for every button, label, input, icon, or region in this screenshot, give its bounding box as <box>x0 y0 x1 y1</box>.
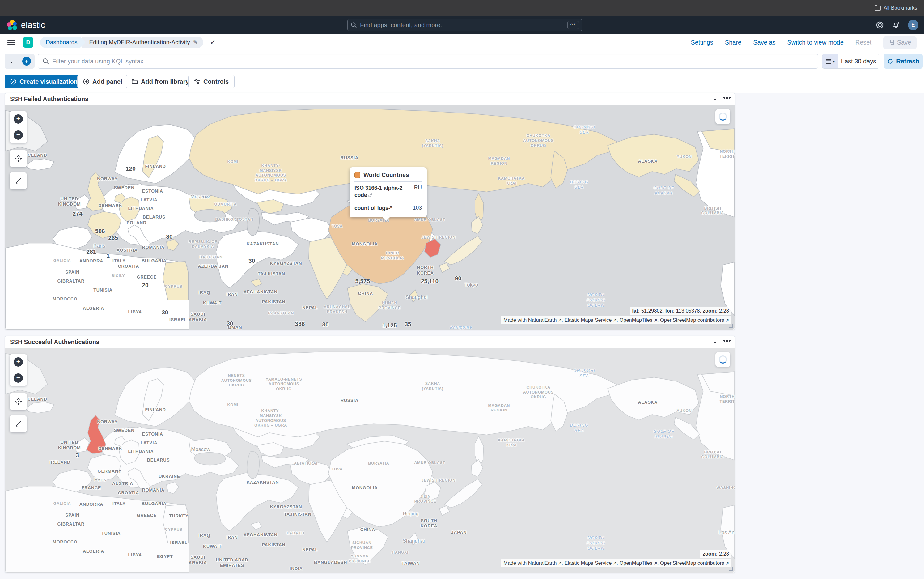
time-range-value[interactable]: Last 30 days <box>838 54 880 69</box>
sliders-icon <box>194 79 200 84</box>
tooltip-row-label: count of logs-* <box>354 204 392 212</box>
edit-pencil-icon[interactable]: ✎ <box>193 39 198 46</box>
link-icon[interactable] <box>368 193 373 198</box>
add-from-library-button[interactable]: Add from library <box>126 75 195 88</box>
saved-check-icon: ✓ <box>210 38 216 46</box>
map-canvas-failed[interactable]: ICELANDNORWAYSWEDEN120FINLANDESTONIALATV… <box>5 105 735 330</box>
elastic-logo-icon <box>7 20 17 30</box>
filter-controls: + <box>5 54 34 69</box>
external-link-icon: ↗ <box>725 561 729 566</box>
expand-button[interactable] <box>10 172 27 190</box>
expand-diagonal-icon <box>15 420 22 427</box>
filter-funnel-icon[interactable] <box>8 59 15 64</box>
attribution-link[interactable]: Elastic Maps Service <box>564 317 612 323</box>
panel-resize-handle[interactable] <box>729 324 733 328</box>
zoom-in-button[interactable]: + <box>14 114 23 124</box>
external-link-icon: ↗ <box>613 561 617 566</box>
black-sea <box>194 453 225 465</box>
folder-icon <box>132 79 138 84</box>
country-egypt <box>163 504 188 543</box>
attribution-link[interactable]: Elastic Maps Service <box>564 560 612 566</box>
global-search-input[interactable]: Find apps, content, and more. ^/ <box>347 19 582 31</box>
breadcrumb-dashboards[interactable]: Dashboards <box>40 37 80 48</box>
search-icon <box>351 22 357 28</box>
crosshair-icon <box>14 155 22 163</box>
top-nav: elastic Find apps, content, and more. ^/… <box>0 16 924 34</box>
attribution-link[interactable]: OpenStreetMap contributors <box>660 317 724 323</box>
save-button[interactable]: Save <box>883 36 917 49</box>
refresh-button[interactable]: Refresh <box>884 54 923 69</box>
zoom-out-button[interactable]: − <box>14 131 23 140</box>
toolbar-breadcrumb-row: D Dashboards Editing MyDFIR-Authenticati… <box>0 34 924 51</box>
set-view-button[interactable] <box>10 150 27 167</box>
user-avatar[interactable]: E <box>908 20 918 30</box>
kql-placeholder: Filter your data using KQL syntax <box>52 58 144 65</box>
external-link-icon: ↗ <box>654 561 657 566</box>
set-view-button[interactable] <box>10 393 27 410</box>
map-attribution: Made with NaturalEarth↗Elastic Maps Serv… <box>501 316 731 324</box>
breadcrumb-current-page[interactable]: Editing MyDFIR-Authentication-Activity✎ <box>82 37 203 48</box>
attribution-link[interactable]: OpenMapTiles <box>619 560 652 566</box>
zoom-out-button[interactable]: − <box>14 373 23 383</box>
world-map-svg[interactable] <box>5 348 735 572</box>
tooltip-row-value: RU <box>414 185 422 199</box>
add-filter-button[interactable]: + <box>22 57 31 65</box>
external-link-icon: ↗ <box>558 561 562 566</box>
save-floppy-icon <box>889 40 894 46</box>
expand-button[interactable] <box>10 415 27 432</box>
edit-actions-row: Create visualization Add panel Add from … <box>0 72 924 93</box>
panel-ssh-successful: SSH Succesful Authentications <box>5 336 735 573</box>
panel-title[interactable]: SSH Failed Authentications <box>5 93 735 105</box>
external-link-icon: ↗ <box>654 318 657 323</box>
controls-button[interactable]: Controls <box>188 75 235 88</box>
panel-options-icon[interactable] <box>723 97 731 99</box>
attribution-link[interactable]: OpenMapTiles <box>619 317 652 323</box>
global-search-placeholder: Find apps, content, and more. <box>360 22 567 29</box>
attribution-link[interactable]: Made with NaturalEarth <box>503 560 557 566</box>
external-link-icon: ↗ <box>725 318 729 323</box>
chevron-down-icon: ▾ <box>833 59 835 64</box>
country-egypt <box>163 262 188 300</box>
refresh-icon <box>887 58 893 64</box>
elastic-brand[interactable]: elastic <box>0 20 99 30</box>
help-ring-icon[interactable] <box>876 21 884 29</box>
calendar-icon <box>825 58 832 64</box>
expand-diagonal-icon <box>15 177 22 185</box>
search-shortcut-badge: ^/ <box>567 21 579 29</box>
map-tooltip: World Countries ISO 3166-1 alpha-2 code … <box>349 167 427 218</box>
zoom-in-button[interactable]: + <box>14 357 23 366</box>
menu-hamburger-icon[interactable] <box>7 39 15 46</box>
caspian-sea <box>247 451 259 479</box>
map-canvas-successful[interactable]: ICELANDNORWAYSWEDENFINLANDESTONIALATVIAL… <box>5 348 735 572</box>
map-attribution: Made with NaturalEarth↗Elastic Maps Serv… <box>501 559 731 567</box>
dashboard-app-icon[interactable]: D <box>23 37 33 47</box>
elastic-dashboard-page: All Bookmarks elastic Find apps, content… <box>0 0 924 579</box>
panel-title[interactable]: SSH Succesful Authentications <box>5 336 735 348</box>
attribution-link[interactable]: OpenStreetMap contributors <box>660 560 724 566</box>
tooltip-row-value: 103 <box>413 204 422 212</box>
panel-ssh-failed: SSH Failed Authentications <box>5 93 735 330</box>
lens-pencil-icon <box>10 79 16 85</box>
toolbar-action-link[interactable]: Save as <box>753 39 775 46</box>
toolbar-action-link[interactable]: Switch to view mode <box>787 39 843 46</box>
layer-loading-button[interactable] <box>715 109 730 124</box>
spinner-icon <box>719 355 727 363</box>
layer-loading-button[interactable] <box>715 352 730 367</box>
date-picker-button[interactable]: ▾ <box>822 54 838 69</box>
kql-query-input[interactable]: Filter your data using KQL syntax <box>38 54 818 69</box>
dashboard-actions: SettingsShareSave asSwitch to view mode … <box>691 34 924 51</box>
toolbar-action-link[interactable]: Share <box>725 39 741 46</box>
reset-button[interactable]: Reset <box>855 39 872 46</box>
attribution-link[interactable]: Made with NaturalEarth <box>503 317 557 323</box>
all-bookmarks-label[interactable]: All Bookmarks <box>883 5 917 11</box>
toolbar-action-link[interactable]: Settings <box>691 39 713 46</box>
panel-resize-handle[interactable] <box>729 567 733 571</box>
panel-filter-icon[interactable] <box>712 339 718 343</box>
panel-filter-icon[interactable] <box>712 95 718 100</box>
create-visualization-button[interactable]: Create visualization <box>5 75 83 88</box>
add-panel-button[interactable]: Add panel <box>77 75 128 88</box>
spinner-icon <box>719 113 727 121</box>
notifications-icon[interactable] <box>892 21 900 29</box>
panel-options-icon[interactable] <box>723 340 731 342</box>
layer-swatch <box>354 172 360 178</box>
